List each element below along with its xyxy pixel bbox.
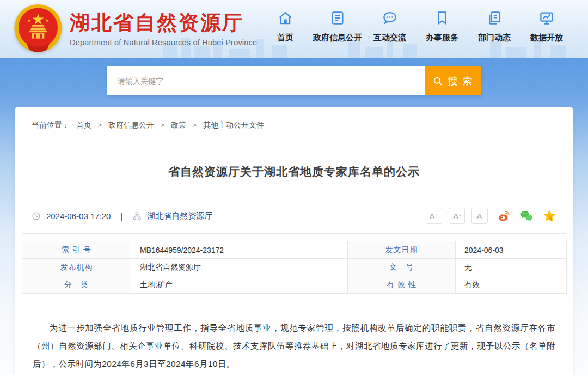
breadcrumb: 当前位置： 首页 > 政府信息公开 > 政策 > 其他主动公开文件 <box>15 107 573 130</box>
article-paragraph: 为进一步加强全省地质行业管理工作，指导全省地质事业，规范专家管理，按照机构改革后… <box>33 319 555 373</box>
nav-item-services[interactable]: 办事服务 <box>416 0 468 43</box>
nav-label: 部门动态 <box>478 33 511 43</box>
info-label-issue-date: 发文日期 <box>348 241 456 259</box>
weibo-share-icon[interactable] <box>497 209 511 223</box>
search-button[interactable]: 搜 索 <box>425 66 481 95</box>
breadcrumb-separator: > <box>193 122 197 129</box>
font-btn-sup: + <box>436 213 438 218</box>
article-body: 为进一步加强全省地质行业管理工作，指导全省地质事业，规范专家管理，按照机构改革后… <box>22 294 566 373</box>
search-input[interactable] <box>107 66 425 95</box>
breadcrumb-item-gov-info[interactable]: 政府信息公开 <box>108 120 154 130</box>
qzone-star-icon[interactable] <box>542 209 556 223</box>
main-nav: 首页 政府信息公开 互动交流 办事服务 <box>259 0 573 58</box>
page: 湖北省自然资源厅 Department of Natural Resources… <box>0 0 588 375</box>
wechat-share-icon[interactable] <box>519 209 534 223</box>
breadcrumb-separator: > <box>98 122 102 129</box>
table-row: 发布机构 湖北省自然资源厅 文 号 无 <box>22 259 567 276</box>
national-emblem-icon <box>12 3 64 55</box>
info-label-index-no: 索 引 号 <box>22 241 131 259</box>
breadcrumb-item-other-docs[interactable]: 其他主动公开文件 <box>203 120 264 130</box>
nav-item-open-data[interactable]: 数据开放 <box>520 0 573 43</box>
search-box: 搜 索 <box>107 66 481 95</box>
table-row: 索 引 号 MB1644959/2024-23172 发文日期 2024-06-… <box>22 241 567 259</box>
info-value-doc-number: 无 <box>456 259 567 276</box>
font-btn-label: A <box>430 212 435 220</box>
info-label-category: 分 类 <box>22 276 131 294</box>
home-icon <box>277 10 293 26</box>
table-row: 分 类 土地;矿产 有 效 性 有效 <box>22 276 567 294</box>
site-header: 湖北省自然资源厅 Department of Natural Resources… <box>0 0 588 58</box>
info-value-category: 土地;矿产 <box>131 276 348 294</box>
site-name-en: Department of Natural Resources of Hubei… <box>70 38 257 47</box>
nav-item-department-news[interactable]: 部门动态 <box>468 0 520 43</box>
nav-label: 政府信息公开 <box>313 33 362 43</box>
nav-item-interaction[interactable]: 互动交流 <box>364 0 416 43</box>
search-icon <box>432 76 443 87</box>
site-name: 湖北省自然资源厅 <box>70 11 257 35</box>
bookmark-icon <box>434 10 450 26</box>
nav-label: 数据开放 <box>530 33 563 43</box>
font-btn-sup: - <box>459 213 461 218</box>
content-card: 当前位置： 首页 > 政府信息公开 > 政策 > 其他主动公开文件 省自然资源厅… <box>15 107 573 375</box>
article-meta-row: 2024-06-03 17:20 | 湖北省自然资源厅 A+ A- A <box>22 198 566 234</box>
font-btn-label: A <box>453 212 458 220</box>
article-tools: A+ A- A <box>426 208 556 224</box>
info-value-index-no: MB1644959/2024-23172 <box>131 241 348 259</box>
breadcrumb-separator: > <box>161 122 164 129</box>
nav-label: 办事服务 <box>426 33 458 43</box>
font-reset-button[interactable]: A <box>471 208 488 224</box>
clock-icon <box>32 211 41 221</box>
site-logo[interactable]: 湖北省自然资源厅 Department of Natural Resources… <box>12 3 257 55</box>
font-decrease-button[interactable]: A- <box>449 208 465 224</box>
article-title: 省自然资源厅关于湖北省地质专家库名单的公示 <box>15 164 573 179</box>
info-label-validity: 有 效 性 <box>348 276 456 294</box>
publish-time: 2024-06-03 17:20 <box>46 211 111 221</box>
article-source[interactable]: 湖北省自然资源厅 <box>147 211 212 221</box>
document-info-table: 索 引 号 MB1644959/2024-23172 发文日期 2024-06-… <box>22 241 567 294</box>
font-btn-label: A <box>476 212 482 220</box>
font-increase-button[interactable]: A+ <box>426 208 442 224</box>
info-doc-icon <box>329 10 346 26</box>
nav-label: 互动交流 <box>373 33 406 43</box>
meta-separator: | <box>120 211 122 221</box>
nav-item-home[interactable]: 首页 <box>259 0 311 43</box>
article-meta: 2024-06-03 17:20 | 湖北省自然资源厅 <box>32 211 212 221</box>
pages-icon <box>486 10 503 26</box>
breadcrumb-item-home[interactable]: 首页 <box>76 120 91 130</box>
nav-label: 首页 <box>277 33 293 43</box>
chat-icon <box>382 10 398 26</box>
info-value-validity: 有效 <box>456 276 567 294</box>
monitor-chart-icon <box>538 10 555 26</box>
site-title-block: 湖北省自然资源厅 Department of Natural Resources… <box>70 11 257 47</box>
breadcrumb-prefix: 当前位置： <box>32 120 70 130</box>
nav-item-gov-info[interactable]: 政府信息公开 <box>311 0 364 43</box>
info-label-publisher: 发布机构 <box>22 259 131 276</box>
info-value-publisher: 湖北省自然资源厅 <box>131 259 348 276</box>
breadcrumb-item-policy[interactable]: 政策 <box>171 120 186 130</box>
source-org-icon <box>132 211 142 221</box>
info-value-issue-date: 2024-06-03 <box>456 241 567 259</box>
search-button-label: 搜 索 <box>448 75 473 88</box>
info-label-doc-number: 文 号 <box>348 259 456 276</box>
